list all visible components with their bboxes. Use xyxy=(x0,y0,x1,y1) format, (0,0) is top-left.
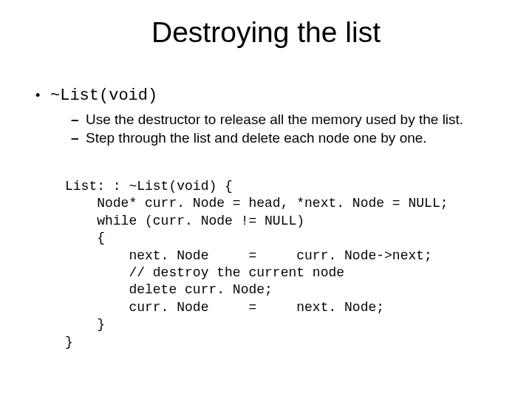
bullet-text: ~List(void) xyxy=(50,86,157,106)
code-block: List: : ~List(void) { Node* curr. Node =… xyxy=(65,178,497,351)
bullet-text: Use the destructor to release all the me… xyxy=(86,111,463,129)
slide-content: • ~List(void) – Use the destructor to re… xyxy=(0,49,532,351)
bullet-dash-icon: – xyxy=(71,111,86,129)
slide: Destroying the list • ~List(void) – Use … xyxy=(0,0,532,399)
bullet-dot-icon: • xyxy=(35,87,50,104)
bullet-level1: • ~List(void) xyxy=(35,86,497,106)
bullet-level2: – Use the destructor to release all the … xyxy=(35,111,497,129)
slide-title: Destroying the list xyxy=(0,0,532,49)
bullet-level2: – Step through the list and delete each … xyxy=(35,129,497,147)
bullet-text: Step through the list and delete each no… xyxy=(86,129,427,147)
bullet-dash-icon: – xyxy=(71,129,86,147)
